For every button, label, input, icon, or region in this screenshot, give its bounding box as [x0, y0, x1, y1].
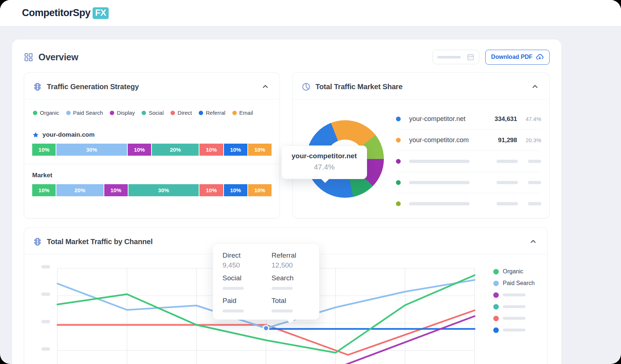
tooltip-metric: Total — [272, 297, 321, 315]
legend-item — [493, 292, 535, 298]
brand-logo: CompetitorSpyFX — [22, 7, 109, 19]
bar-segment[interactable]: 30% — [128, 184, 199, 196]
skeleton-name-bar — [409, 202, 470, 205]
legend-label: Organic — [503, 268, 523, 275]
collapse-channel-button[interactable] — [528, 236, 539, 247]
legend-label: Organic — [40, 110, 59, 116]
competitor-visits: 334,631 — [482, 115, 517, 123]
competitor-visits: 91,298 — [482, 137, 517, 144]
competitor-row — [396, 193, 541, 214]
bar-segment[interactable]: 10% — [199, 184, 223, 196]
app-window: CompetitorSpyFX Overview — [0, 0, 621, 364]
legend-dot-icon — [493, 292, 499, 298]
panel-header: Overview Download PDF — [24, 49, 550, 65]
domain-label: your-domain.com — [42, 131, 95, 139]
collapse-share-button[interactable] — [530, 81, 540, 92]
competitor-share: 47.4% — [517, 116, 541, 122]
skeleton-value-bar — [222, 310, 244, 312]
skeleton-value-bar — [497, 181, 518, 184]
market-stacked-bar: 10%20%10%30%10%10%10% — [32, 184, 272, 196]
collapse-strategy-button[interactable] — [260, 81, 271, 92]
skeleton-value-bar — [272, 287, 293, 290]
legend-item: Referral — [199, 110, 225, 116]
skeleton-name-bar — [409, 181, 470, 184]
legend-label: Referral — [206, 110, 225, 116]
bar-segment[interactable]: 10% — [104, 184, 128, 196]
competitor-dot-icon — [396, 138, 401, 143]
competitor-dot-icon — [396, 117, 401, 121]
skeleton-share-bar — [528, 160, 541, 163]
strategy-legend: OrganicPaid SearchDisplaySocialDirectRef… — [24, 99, 280, 116]
bar-segment[interactable]: 10% — [224, 184, 247, 196]
channel-tooltip: Direct9,450Referral12,500SocialSearchPai… — [213, 243, 319, 320]
bar-segment[interactable]: 10% — [248, 184, 272, 196]
tooltip-metric-value: 12,500 — [272, 261, 321, 269]
total-market-traffic-by-channel-card: Total Market Traffic by Channel OrganicP… — [24, 227, 548, 364]
bar-segment[interactable]: 30% — [56, 144, 127, 156]
market-label: Market — [32, 172, 52, 179]
bar-segment[interactable]: 20% — [152, 144, 199, 156]
top-header: CompetitorSpyFX — [0, 0, 621, 26]
legend-dot-icon — [199, 111, 203, 115]
skeleton-value-bar — [222, 287, 244, 290]
overview-panel: Overview Download PDF — [12, 39, 561, 364]
star-icon — [32, 132, 39, 139]
bar-segment[interactable]: 10% — [32, 144, 56, 156]
legend-item: Organic — [493, 269, 535, 274]
bar-segment[interactable]: 10% — [199, 144, 223, 156]
channel-legend: OrganicPaid Search — [493, 269, 535, 333]
competitor-dot-icon — [396, 201, 401, 206]
bar-segment[interactable]: 20% — [56, 184, 103, 196]
skeleton-value-bar — [497, 160, 518, 163]
legend-item: Paid Search — [66, 110, 103, 116]
legend-label: Paid Search — [503, 280, 535, 287]
competitor-name: your-competitor.net — [409, 115, 482, 123]
date-range-picker[interactable] — [433, 50, 479, 64]
bar-segment[interactable]: 10% — [32, 184, 56, 196]
traffic-light-icon — [33, 237, 42, 246]
bar-segment[interactable]: 10% — [128, 144, 151, 156]
date-placeholder-skeleton — [437, 56, 461, 58]
brand-badge: FX — [93, 7, 109, 19]
tooltip-competitor-name: your-competitor.net — [282, 152, 367, 160]
cloud-download-icon — [536, 53, 544, 61]
total-traffic-market-share-card: Total Traffic Market Share your-competit… — [292, 72, 550, 219]
legend-dot-icon — [493, 304, 499, 310]
competitor-row — [396, 151, 541, 172]
bar-segment[interactable]: 10% — [248, 144, 272, 156]
legend-label: Email — [239, 110, 253, 116]
pie-chart-icon — [302, 82, 311, 91]
calendar-icon — [467, 53, 475, 61]
competitor-dot-icon — [396, 159, 401, 164]
skeleton-share-bar — [528, 181, 541, 184]
competitor-name: your-competitor.com — [409, 136, 482, 144]
tooltip-metric: Referral12,500 — [272, 251, 321, 269]
bar-segment[interactable]: 10% — [224, 144, 247, 156]
competitor-row: your-competitor.net334,63147.4% — [396, 109, 541, 130]
tooltip-metric-label: Referral — [272, 251, 321, 259]
tooltip-metric: Paid — [222, 297, 272, 315]
skeleton-value-bar — [272, 310, 293, 312]
market-row-label: Market — [24, 164, 280, 179]
competitor-share: 20.3% — [517, 137, 541, 143]
page-title: Overview — [38, 52, 78, 62]
legend-dot-icon — [493, 327, 499, 333]
legend-label: Social — [149, 110, 164, 116]
skeleton-legend-label — [503, 293, 525, 296]
strategy-card-title: Traffic Generation Strategy — [47, 83, 255, 91]
share-card-title: Total Traffic Market Share — [315, 83, 525, 91]
competitor-row: your-competitor.com91,29820.3% — [396, 130, 541, 151]
domain-row-label: your-domain.com — [24, 116, 280, 139]
traffic-generation-strategy-card: Traffic Generation Strategy OrganicPaid … — [24, 72, 280, 219]
download-pdf-button[interactable]: Download PDF — [485, 50, 550, 65]
legend-item: Display — [110, 110, 135, 116]
skeleton-legend-label — [503, 305, 525, 308]
legend-label: Direct — [177, 110, 192, 116]
donut-tooltip: your-competitor.net 47.4% — [281, 145, 367, 179]
legend-dot-icon — [110, 111, 114, 115]
overview-grid-icon — [24, 52, 33, 62]
legend-item: Social — [142, 110, 164, 116]
legend-dot-icon — [171, 111, 175, 115]
tooltip-metric-label: Paid — [222, 297, 272, 305]
legend-dot-icon — [142, 111, 146, 115]
